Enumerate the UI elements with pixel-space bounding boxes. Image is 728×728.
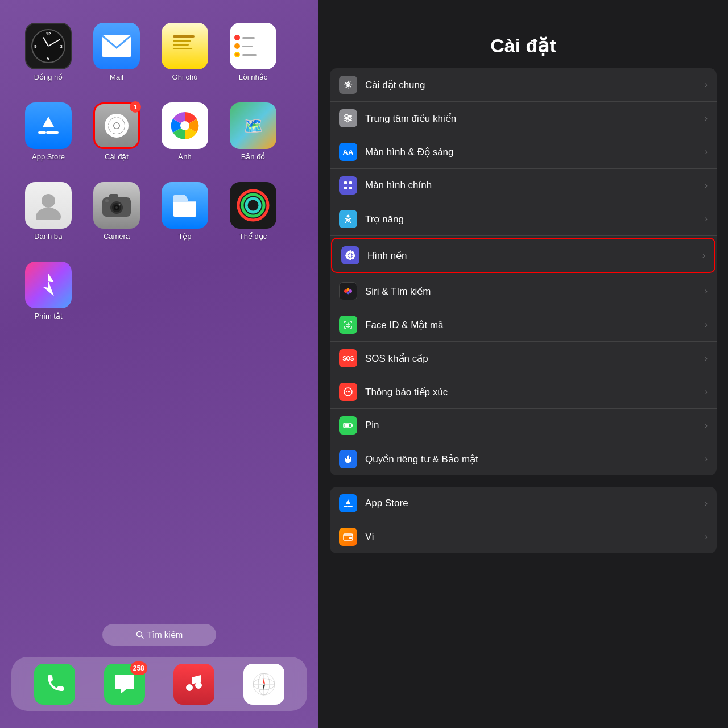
settings-label-wallet: Ví [365, 531, 705, 543]
settings-label-general: Cài đặt chung [365, 79, 705, 91]
svg-point-45 [347, 215, 350, 218]
app-clock[interactable]: 12 6 3 9 Đồng hồ [17, 23, 80, 97]
settings-icon-accessibility [339, 210, 357, 228]
dock-safari[interactable] [243, 664, 284, 705]
settings-panel: Cài đặt Cài đặt chung › [318, 0, 728, 728]
svg-rect-67 [345, 424, 349, 427]
settings-label-sos: SOS khẩn cấp [365, 353, 705, 365]
app-contacts[interactable]: Danh bạ [17, 182, 80, 256]
app-shortcuts[interactable]: Phím tắt [17, 262, 80, 336]
battery-icon [343, 420, 353, 431]
settings-item-siri[interactable]: Siri & Tìm kiếm › [330, 275, 717, 308]
svg-point-9 [42, 194, 55, 208]
settings-chevron-siri: › [705, 286, 708, 296]
svg-point-21 [246, 198, 260, 212]
safari-icon-svg [252, 672, 276, 696]
svg-rect-41 [344, 181, 347, 184]
dock-messages[interactable]: 258 [104, 664, 145, 705]
settings-item-privacy[interactable]: Quyền riêng tư & Bảo mật › [330, 442, 717, 475]
svg-point-8 [180, 121, 189, 130]
settings-item-accessibility[interactable]: Trợ năng › [330, 202, 717, 236]
svg-rect-66 [351, 424, 353, 427]
settings-group-apps: App Store › Ví › [330, 487, 717, 553]
settings-gear-svg [102, 111, 131, 140]
home-screen: 12 6 3 9 Đồng hồ Mail [0, 0, 318, 728]
app-photos[interactable]: Ảnh [154, 102, 216, 176]
app-camera-label: Camera [104, 232, 130, 241]
app-appstore[interactable]: App Store [17, 102, 80, 176]
dock-music[interactable] [173, 664, 214, 705]
settings-chevron-display: › [705, 147, 708, 157]
settings-item-general[interactable]: Cài đặt chung › [330, 68, 717, 102]
app-files[interactable]: Tệp [154, 182, 216, 256]
appstore-icon-svg [35, 112, 62, 139]
settings-label-faceid: Face ID & Mật mã [365, 319, 705, 331]
search-icon [136, 631, 144, 639]
svg-point-10 [36, 208, 61, 220]
settings-label-battery: Pin [365, 420, 705, 431]
settings-icon-home-screen [339, 176, 357, 195]
contacts-icon-svg [34, 191, 63, 220]
svg-rect-43 [344, 187, 347, 189]
siri-icon [343, 286, 353, 296]
settings-item-faceid[interactable]: Face ID & Mật mã › [330, 308, 717, 342]
settings-label-accessibility: Trợ năng [365, 213, 705, 225]
app-photos-label: Ảnh [178, 152, 191, 161]
settings-icon-appstore [339, 494, 357, 512]
search-bar[interactable]: Tìm kiếm [102, 624, 216, 646]
settings-icon-wallpaper [341, 246, 359, 264]
settings-chevron-general: › [705, 80, 708, 90]
svg-point-51 [346, 251, 350, 255]
photos-icon-svg [168, 109, 202, 143]
messages-icon-svg [113, 672, 136, 696]
app-mail-label: Mail [110, 73, 123, 81]
app-camera[interactable]: Camera [85, 182, 148, 256]
settings-item-home-screen[interactable]: Màn hình chính › [330, 169, 717, 202]
settings-item-appstore[interactable]: App Store › [330, 487, 717, 520]
sos-icon: SOS [342, 355, 354, 362]
settings-label-wallpaper: Hình nền [367, 250, 702, 262]
svg-point-63 [348, 391, 349, 392]
svg-point-47 [349, 250, 351, 254]
wallet-icon [343, 532, 353, 542]
messages-badge: 258 [130, 661, 147, 675]
settings-label-control-center: Trung tâm điều khiển [365, 113, 705, 125]
grid-icon [343, 180, 353, 191]
settings-label-appstore: App Store [365, 498, 705, 509]
app-fitness[interactable]: Thể dục [222, 182, 284, 256]
svg-point-24 [186, 684, 193, 691]
app-maps[interactable]: 🗺️ Bản đồ [222, 102, 284, 176]
app-fitness-label: Thể dục [239, 232, 267, 241]
settings-chevron-appstore: › [705, 498, 708, 508]
app-mail[interactable]: Mail [85, 23, 148, 97]
app-settings[interactable]: 1 Cài đặt [85, 102, 148, 176]
svg-rect-12 [109, 194, 118, 199]
app-reminders[interactable]: Lời nhắc [222, 23, 284, 97]
settings-item-sos[interactable]: SOS SOS khẩn cấp › [330, 342, 717, 375]
settings-icon-faceid [339, 316, 357, 334]
settings-item-control-center[interactable]: Trung tâm điều khiển › [330, 102, 717, 135]
svg-point-25 [195, 682, 202, 689]
app-notes[interactable]: Ghi chú [154, 23, 216, 97]
settings-icon-wallet [339, 528, 357, 546]
app-contacts-label: Danh bạ [34, 232, 63, 241]
svg-point-48 [349, 257, 351, 260]
settings-item-wallpaper[interactable]: Hình nền › [331, 238, 715, 273]
svg-point-58 [347, 292, 350, 295]
settings-label-display: Màn hình & Độ sáng [365, 146, 705, 158]
settings-icon-notification [339, 383, 357, 401]
settings-header: Cài đặt [318, 0, 728, 68]
settings-item-wallet[interactable]: Ví › [330, 520, 717, 553]
svg-point-49 [345, 254, 349, 257]
dock-phone[interactable] [34, 664, 75, 705]
svg-point-62 [346, 391, 347, 392]
settings-item-notification[interactable]: Thông báo tiếp xúc › [330, 375, 717, 409]
settings-item-battery[interactable]: Pin › [330, 409, 717, 442]
files-icon-svg [170, 191, 200, 220]
settings-item-display[interactable]: AA Màn hình & Độ sáng › [330, 135, 717, 169]
app-clock-label: Đồng hồ [34, 73, 63, 81]
svg-point-64 [349, 391, 350, 392]
settings-chevron-battery: › [705, 420, 708, 431]
settings-chevron-notification: › [705, 387, 708, 397]
camera-icon-svg [101, 193, 132, 218]
